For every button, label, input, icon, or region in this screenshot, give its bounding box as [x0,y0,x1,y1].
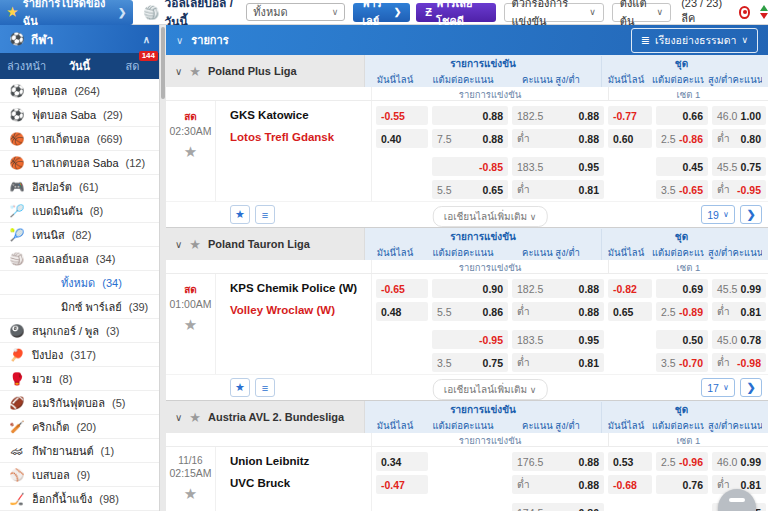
favorite-star-button[interactable]: ★ [230,378,250,397]
league-favorite-star-icon[interactable]: ★ [189,410,201,425]
alt-odds-handicap-home[interactable]: -0.95 [432,330,508,349]
home-team[interactable]: GKS Katowice [230,109,363,121]
alt-set-odds-over[interactable]: 45.00.78 [712,330,766,349]
alt-set-odds-handicap-away[interactable]: 3.5-0.70 [656,353,708,372]
chevron-down-icon[interactable]: ∨ [175,66,182,77]
lucky-parlay-button[interactable]: พาร์เลย์โชคดี [416,3,495,22]
away-team[interactable]: Volley Wroclaw (W) [230,304,363,316]
set-odds-handicap-home[interactable]: 0.66 [656,106,708,125]
sidebar-item[interactable]: ⚽ ฟุตบอล (264) [0,79,159,103]
sidebar-item[interactable]: 🏎 กีฬายานยนต์ (1) [0,439,159,463]
set-odds-handicap-home[interactable]: 2.5-0.96 [656,452,708,471]
alt-set-odds-handicap-home[interactable]: 0.45 [656,157,708,176]
odds-under[interactable]: ต่ำ0.88 [512,129,604,148]
target-icon[interactable] [739,6,750,19]
statistics-list-button[interactable]: ≡ [255,378,275,397]
odds-over[interactable]: 182.50.88 [512,279,604,298]
alt-set-odds-under[interactable]: ต่ำ-0.95 [712,180,766,199]
set-odds-moneyline-away[interactable]: 0.60 [608,129,652,148]
set-odds-moneyline-away[interactable]: 0.65 [608,302,652,321]
tab-early[interactable]: ล่วงหน้า [0,51,53,81]
sidebar-item[interactable]: มิกซ์ พาร์เลย์ (39) [0,295,159,319]
set-odds-over[interactable]: 46.00.99 [712,452,766,471]
sidebar-header-sports[interactable]: ⚽ กีฬา ∧ [0,25,159,53]
league-title-cell[interactable]: ∨ ★ Austria AVL 2. Bundesliga [166,401,365,433]
chevron-down-icon[interactable]: ∨ [175,239,182,250]
home-team[interactable]: KPS Chemik Police (W) [230,282,363,294]
sidebar-item[interactable]: 🥊 มวย (8) [0,367,159,391]
more-markets-dropdown[interactable]: 17 [701,378,735,397]
alt-odds-handicap-home[interactable]: -0.85 [432,157,508,176]
set-odds-moneyline-home[interactable]: -0.77 [608,106,652,125]
odds-handicap-home[interactable]: 0.90 [432,279,508,298]
odds-moneyline-away[interactable]: 0.48 [376,302,428,321]
set-odds-over[interactable]: 46.01.00 [712,106,766,125]
away-team[interactable]: UVC Bruck [230,477,363,489]
alt-set-odds-handicap-away[interactable]: 3.5-0.65 [656,180,708,199]
set-odds-moneyline-home[interactable]: -0.82 [608,279,652,298]
league-favorite-star-icon[interactable]: ★ [189,237,201,252]
alt-set-odds-over[interactable]: 45.50.75 [712,157,766,176]
home-team[interactable]: Union Leibnitz [230,455,363,467]
alt-odds-under[interactable]: ต่ำ0.81 [512,353,604,372]
away-team[interactable]: Lotos Trefl Gdansk [230,131,363,143]
alt-odds-handicap-away[interactable]: 3.50.75 [432,353,508,372]
from-start-dropdown[interactable]: ตั้งแต่ต้น [612,3,671,22]
league-favorite-star-icon[interactable]: ★ [189,64,201,79]
next-page-button[interactable]: ❯ [740,205,762,224]
tab-today[interactable]: วันนี้ [53,51,106,81]
sidebar-item[interactable]: ⚾ เบสบอล (9) [0,463,159,487]
sidebar-item[interactable]: 🎾 เทนนิส (82) [0,223,159,247]
alt-odds-over[interactable]: 174.50.80 [512,503,604,511]
match-favorite-star-icon[interactable]: ★ [166,485,215,503]
favorite-star-button[interactable]: ★ [230,205,250,224]
favorites-button[interactable]: ★ รายการโปรดของฉัน ❯ [0,0,133,25]
competition-filter-select[interactable]: ทั้งหมด [246,3,345,21]
league-title-cell[interactable]: ∨ ★ Poland Plus Liga [166,55,365,87]
odds-moneyline-away[interactable]: 0.40 [376,129,428,148]
odds-moneyline-home[interactable]: -0.55 [376,106,428,125]
sidebar-item[interactable]: 🏏 คริกเก็ต (20) [0,415,159,439]
sidebar-item[interactable]: 🏸 แบดมินตัน (8) [0,199,159,223]
sidebar-item[interactable]: 🏐 วอลเลย์บอล (34) [0,247,159,271]
set-odds-over[interactable]: 45.50.99 [712,279,766,298]
parlay-button[interactable]: พาร์เลย์ [353,3,410,22]
sidebar-item[interactable]: 🏀 บาสเก็ตบอล (669) [0,127,159,151]
odds-under[interactable]: ต่ำ0.88 [512,475,604,494]
alt-odds-over[interactable]: 183.50.95 [512,157,604,176]
odds-movement-icon[interactable] [760,5,768,19]
league-title-cell[interactable]: ∨ ★ Poland Tauron Liga [166,228,365,260]
set-odds-moneyline-home[interactable]: 0.53 [608,452,652,471]
sidebar-item[interactable]: 🏒 ฮ็อกกี้น้ำแข็ง (98) [0,487,159,511]
odds-handicap-home[interactable]: 0.88 [432,106,508,125]
set-odds-handicap-away[interactable]: 0.76 [656,475,708,494]
next-page-button[interactable]: ❯ [740,378,762,397]
sidebar-item[interactable]: 🏈 อเมริกันฟุตบอล (5) [0,391,159,415]
more-asian-lines-button[interactable]: เอเชียนไลน์เพิ่มเติม [433,206,548,227]
scrollbar-thumb[interactable] [161,27,165,99]
chevron-down-icon[interactable]: ∨ [175,412,182,423]
odds-moneyline-away[interactable]: -0.47 [376,475,428,494]
chevron-down-icon[interactable]: ∨ [176,35,183,46]
sidebar-item[interactable]: ⚽ ฟุตบอล Saba (29) [0,103,159,127]
sort-button[interactable]: เรียงอย่างธรรมดา [631,28,758,53]
odds-handicap-away[interactable]: 7.50.88 [432,129,508,148]
sidebar-item[interactable]: ทั้งหมด (34) [0,271,159,295]
alt-odds-under[interactable]: ต่ำ0.81 [512,180,604,199]
more-asian-lines-button[interactable]: เอเชียนไลน์เพิ่มเติม [433,379,548,400]
odds-moneyline-home[interactable]: -0.65 [376,279,428,298]
set-odds-handicap-away[interactable]: 2.5-0.89 [656,302,708,321]
alt-odds-handicap-away[interactable]: 5.50.65 [432,180,508,199]
set-odds-under[interactable]: ต่ำ0.81 [712,302,766,321]
match-favorite-star-icon[interactable]: ★ [166,316,215,334]
set-odds-handicap-away[interactable]: 2.5-0.86 [656,129,708,148]
odds-over[interactable]: 182.50.88 [512,106,604,125]
alt-set-odds-handicap-home[interactable]: 0.50 [656,330,708,349]
set-odds-handicap-home[interactable]: 0.69 [656,279,708,298]
set-odds-under[interactable]: ต่ำ0.80 [712,129,766,148]
odds-over[interactable]: 176.50.88 [512,452,604,471]
odds-moneyline-home[interactable]: 0.34 [376,452,428,471]
alt-odds-over[interactable]: 183.50.95 [512,330,604,349]
statistics-list-button[interactable]: ≡ [255,205,275,224]
sidebar-item[interactable]: 🎮 อีสปอร์ต (61) [0,175,159,199]
